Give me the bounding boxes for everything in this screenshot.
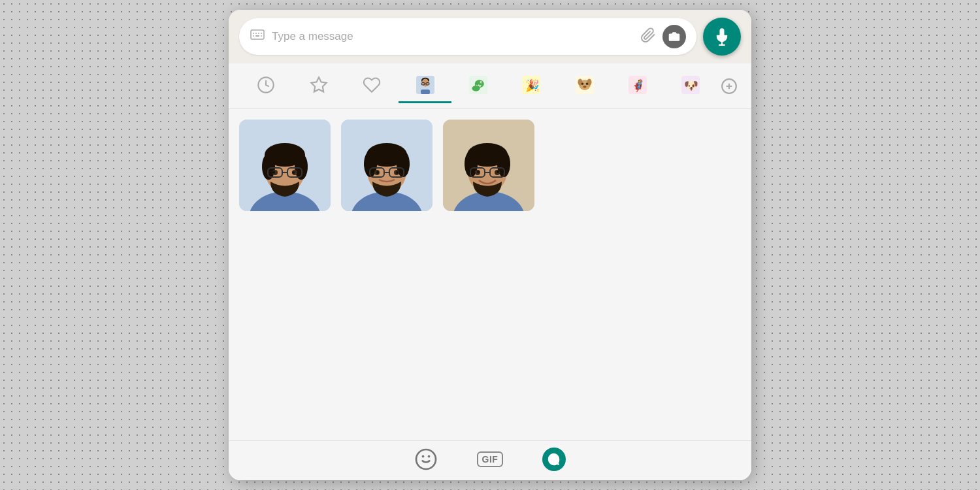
svg-rect-4 — [261, 33, 262, 34]
svg-point-67 — [376, 171, 379, 174]
sticker-item[interactable] — [239, 120, 331, 211]
svg-point-31 — [581, 83, 583, 86]
tab-cartoon-dog[interactable]: 🐶 — [664, 69, 717, 103]
message-input[interactable]: Type a message — [272, 30, 634, 43]
svg-point-32 — [585, 83, 588, 86]
svg-rect-0 — [251, 30, 264, 39]
svg-text:🎉: 🎉 — [526, 78, 540, 93]
svg-rect-7 — [261, 35, 262, 37]
tab-superhero[interactable]: 🦸 — [611, 69, 664, 103]
svg-rect-6 — [255, 35, 259, 37]
tab-dino[interactable] — [451, 69, 504, 103]
category-tabs: 🎉 — [229, 63, 751, 109]
svg-point-24 — [472, 86, 480, 91]
sticker-item[interactable] — [443, 120, 534, 211]
svg-point-54 — [292, 171, 295, 174]
sticker-panel: 🎉 — [229, 63, 751, 480]
tab-person1[interactable] — [399, 69, 451, 103]
svg-rect-5 — [253, 35, 254, 37]
camera-button[interactable] — [662, 25, 686, 48]
svg-point-82 — [497, 171, 499, 173]
svg-point-53 — [272, 171, 275, 174]
svg-point-68 — [396, 171, 399, 174]
tab-starred[interactable] — [292, 71, 345, 101]
svg-point-81 — [477, 171, 480, 173]
tab-party[interactable]: 🎉 — [505, 69, 558, 103]
emoji-button[interactable] — [414, 448, 438, 471]
gif-label: GIF — [482, 454, 498, 465]
input-bar: Type a message — [229, 10, 751, 63]
svg-marker-12 — [311, 77, 326, 91]
svg-rect-19 — [421, 90, 430, 94]
add-sticker-pack-button[interactable] — [717, 74, 741, 98]
keyboard-icon[interactable] — [250, 27, 265, 46]
svg-point-33 — [583, 86, 586, 88]
svg-text:🦸: 🦸 — [631, 78, 645, 93]
svg-point-8 — [672, 35, 676, 39]
svg-rect-3 — [258, 33, 259, 34]
svg-rect-1 — [253, 33, 254, 34]
sticker-button[interactable] — [542, 448, 566, 471]
phone-container: Type a message — [229, 10, 751, 480]
paperclip-icon[interactable] — [640, 27, 656, 46]
svg-point-83 — [416, 449, 436, 469]
svg-point-23 — [480, 82, 482, 83]
sticker-item[interactable] — [341, 120, 433, 211]
mic-button[interactable] — [703, 18, 741, 56]
tab-liked[interactable] — [346, 71, 399, 101]
input-wrapper: Type a message — [239, 18, 696, 55]
gif-button[interactable]: GIF — [477, 451, 504, 467]
sticker-grid — [229, 109, 751, 440]
svg-text:🐶: 🐶 — [685, 78, 699, 93]
bottom-bar: GIF — [229, 440, 751, 480]
tab-recent[interactable] — [239, 71, 292, 101]
tab-dog[interactable] — [558, 69, 611, 103]
svg-rect-2 — [255, 33, 257, 34]
